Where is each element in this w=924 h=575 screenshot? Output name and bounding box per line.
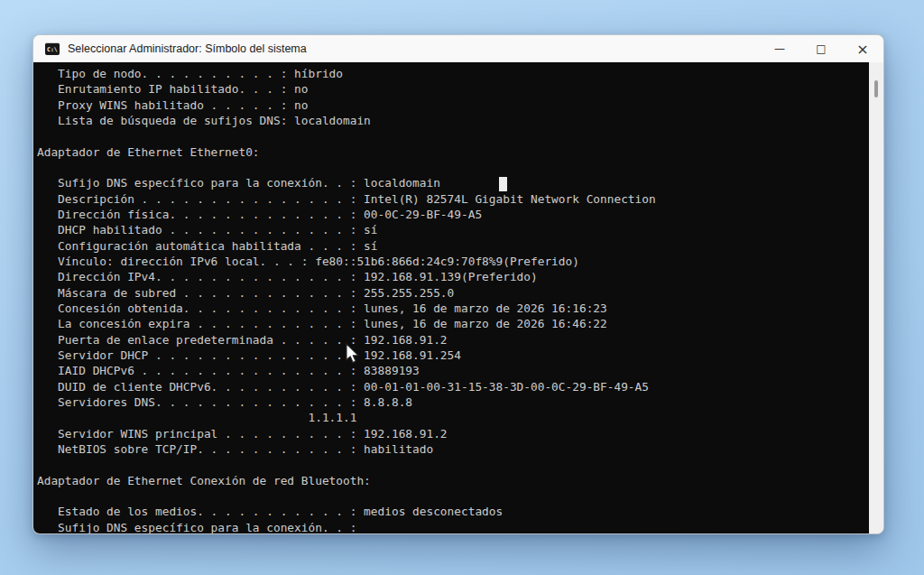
- cmd-icon-label: C:\: [45, 46, 58, 53]
- minimize-icon: —: [774, 42, 785, 55]
- scrollbar[interactable]: [869, 62, 883, 533]
- minimize-button[interactable]: —: [759, 35, 800, 62]
- cmd-prompt-icon: C:\: [45, 42, 60, 55]
- console-output-area[interactable]: Tipo de nodo. . . . . . . . . . : híbrid…: [33, 62, 869, 533]
- cmd-window: C:\ Seleccionar Administrador: Símbolo d…: [32, 34, 884, 534]
- close-button[interactable]: ×: [842, 35, 883, 62]
- maximize-button[interactable]: □: [800, 35, 842, 62]
- text-block-cursor: [499, 177, 507, 191]
- window-controls: — □ ×: [759, 35, 883, 62]
- console-text: Tipo de nodo. . . . . . . . . . : híbrid…: [33, 62, 869, 533]
- scrollbar-thumb[interactable]: [874, 80, 878, 97]
- close-icon: ×: [856, 41, 868, 58]
- maximize-icon: □: [816, 42, 826, 55]
- titlebar[interactable]: C:\ Seleccionar Administrador: Símbolo d…: [33, 35, 883, 62]
- window-title: Seleccionar Administrador: Símbolo del s…: [68, 42, 759, 55]
